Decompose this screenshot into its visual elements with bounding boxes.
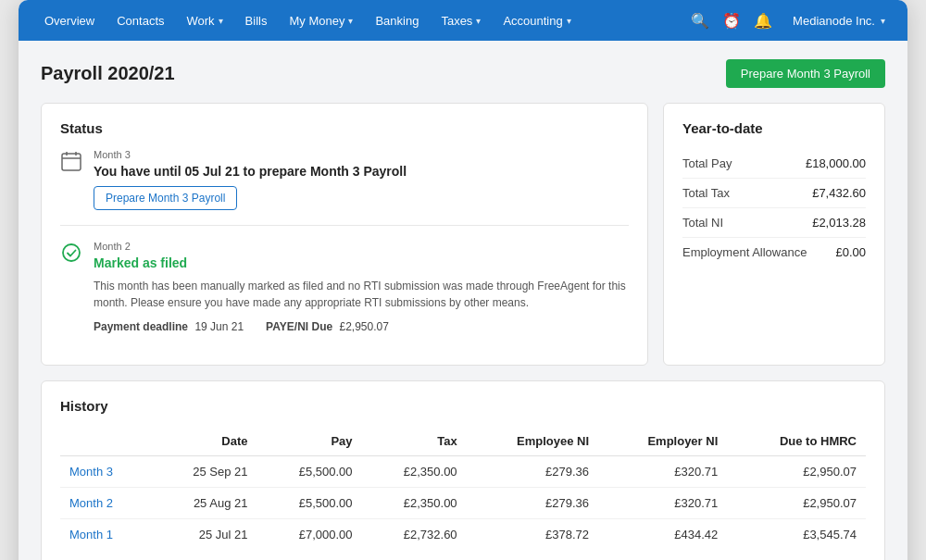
history-col-erini: Employer NI	[598, 427, 727, 456]
history-empni: £378.72	[467, 519, 598, 551]
ytd-row-value: £7,432.60	[812, 186, 866, 200]
payment-deadline: Payment deadline 19 Jun 21	[94, 320, 244, 333]
history-hmrc: £3,545.74	[727, 519, 866, 551]
check-circle-icon	[60, 243, 82, 333]
status-month3: Month 3 You have until 05 Jul 21 to prep…	[60, 149, 629, 210]
history-table: Date Pay Tax Employee NI Employer NI Due…	[60, 427, 866, 550]
history-row: Month 2 25 Aug 21 £5,500.00 £2,350.00 £2…	[60, 488, 866, 519]
history-card: History Date Pay Tax Employee NI Employe…	[41, 380, 885, 560]
nav-bills[interactable]: Bills	[234, 0, 279, 41]
ytd-row: Total NI£2,013.28	[682, 208, 866, 238]
history-month[interactable]: Month 3	[60, 456, 150, 488]
calendar-icon	[60, 151, 82, 210]
ytd-title: Year-to-date	[682, 120, 866, 136]
ytd-rows: Total Pay£18,000.00Total Tax£7,432.60Tot…	[682, 149, 866, 267]
history-tax: £2,350.00	[362, 456, 467, 488]
status-month2: Month 2 Marked as filed This month has b…	[60, 241, 629, 333]
history-header-row: Date Pay Tax Employee NI Employer NI Due…	[60, 427, 866, 456]
nav-accounting-chevron: ▾	[567, 16, 571, 26]
nav-contacts[interactable]: Contacts	[106, 0, 175, 41]
ytd-row-value: £18,000.00	[806, 156, 866, 170]
svg-point-4	[63, 244, 80, 261]
user-menu-chevron: ▾	[881, 16, 885, 26]
search-icon[interactable]: 🔍	[691, 12, 709, 30]
history-pay: £7,000.00	[257, 519, 361, 551]
nav-mymoney[interactable]: My Money ▾	[278, 0, 364, 41]
status-month3-label: Month 3	[94, 149, 407, 160]
history-date: 25 Jul 21	[150, 519, 257, 551]
bell-icon[interactable]: 🔔	[754, 12, 772, 30]
nav-work[interactable]: Work ▾	[176, 0, 234, 41]
status-month2-label: Month 2	[94, 241, 629, 252]
page-header: Payroll 2020/21 Prepare Month 3 Payroll	[41, 59, 885, 88]
ytd-row: Employment Allowance£0.00	[682, 238, 866, 267]
ytd-row: Total Tax£7,432.60	[682, 179, 866, 208]
ytd-card: Year-to-date Total Pay£18,000.00Total Ta…	[663, 103, 885, 366]
status-month3-body: Month 3 You have until 05 Jul 21 to prep…	[94, 149, 407, 210]
history-erini: £320.71	[598, 488, 727, 519]
history-col-month	[60, 427, 150, 456]
ytd-row: Total Pay£18,000.00	[682, 149, 866, 179]
history-hmrc: £2,950.07	[727, 456, 866, 488]
paye-ni: PAYE/NI Due £2,950.07	[266, 320, 389, 333]
history-month[interactable]: Month 2	[60, 488, 150, 519]
nav-banking[interactable]: Banking	[364, 0, 430, 41]
nav-icons: 🔍 ⏰ 🔔 Medianode Inc. ▾	[691, 12, 893, 30]
history-hmrc: £2,950.07	[727, 488, 866, 519]
status-month2-body: Month 2 Marked as filed This month has b…	[94, 241, 629, 333]
history-body: Month 3 25 Sep 21 £5,500.00 £2,350.00 £2…	[60, 456, 866, 551]
page-title: Payroll 2020/21	[41, 63, 175, 84]
nav-bar: Overview Contacts Work ▾ Bills My Money …	[19, 0, 907, 41]
history-col-date: Date	[150, 427, 257, 456]
page-content: Payroll 2020/21 Prepare Month 3 Payroll …	[19, 41, 907, 560]
nav-accounting[interactable]: Accounting ▾	[492, 0, 582, 41]
history-date: 25 Aug 21	[150, 488, 257, 519]
browser-window: Overview Contacts Work ▾ Bills My Money …	[19, 0, 907, 560]
history-tax: £2,732.60	[362, 519, 467, 551]
ytd-row-label: Total NI	[682, 216, 723, 230]
history-erini: £434.42	[598, 519, 727, 551]
history-col-pay: Pay	[257, 427, 361, 456]
ytd-row-label: Total Tax	[682, 186, 730, 200]
ytd-row-value: £0.00	[835, 245, 866, 259]
svg-rect-0	[62, 154, 81, 170]
nav-taxes-chevron: ▾	[476, 16, 481, 26]
user-menu[interactable]: Medianode Inc. ▾	[785, 14, 893, 28]
nav-mymoney-chevron: ▾	[348, 16, 353, 26]
status-month3-heading: You have until 05 Jul 21 to prepare Mont…	[94, 164, 407, 179]
ytd-row-label: Employment Allowance	[682, 245, 807, 259]
history-month[interactable]: Month 1	[60, 519, 150, 551]
history-col-empni: Employee NI	[467, 427, 598, 456]
status-month2-heading: Marked as filed	[94, 255, 629, 270]
status-month3-button[interactable]: Prepare Month 3 Payroll	[94, 186, 237, 210]
history-col-tax: Tax	[362, 427, 467, 456]
ytd-row-value: £2,013.28	[812, 216, 866, 230]
history-row: Month 1 25 Jul 21 £7,000.00 £2,732.60 £3…	[60, 519, 866, 551]
nav-taxes[interactable]: Taxes ▾	[430, 0, 492, 41]
nav-overview[interactable]: Overview	[33, 0, 106, 41]
nav-work-chevron: ▾	[219, 16, 223, 26]
status-title: Status	[60, 120, 629, 136]
history-col-hmrc: Due to HMRC	[727, 427, 866, 456]
history-row: Month 3 25 Sep 21 £5,500.00 £2,350.00 £2…	[60, 456, 866, 488]
status-divider	[60, 225, 629, 226]
status-card: Status Month 3 You have until 05 Jul 2	[41, 103, 648, 366]
history-empni: £279.36	[467, 456, 598, 488]
history-date: 25 Sep 21	[150, 456, 257, 488]
history-pay: £5,500.00	[257, 488, 361, 519]
prepare-payroll-button[interactable]: Prepare Month 3 Payroll	[726, 59, 885, 88]
top-section: Status Month 3 You have until 05 Jul 2	[41, 103, 885, 366]
history-tax: £2,350.00	[362, 488, 467, 519]
history-pay: £5,500.00	[257, 456, 361, 488]
status-month2-desc: This month has been manually marked as f…	[94, 278, 629, 311]
history-empni: £279.36	[467, 488, 598, 519]
status-month2-footer: Payment deadline 19 Jun 21 PAYE/NI Due £…	[94, 320, 629, 333]
history-erini: £320.71	[598, 456, 727, 488]
ytd-row-label: Total Pay	[682, 156, 732, 170]
history-title: History	[60, 398, 866, 414]
timer-icon[interactable]: ⏰	[722, 12, 741, 30]
